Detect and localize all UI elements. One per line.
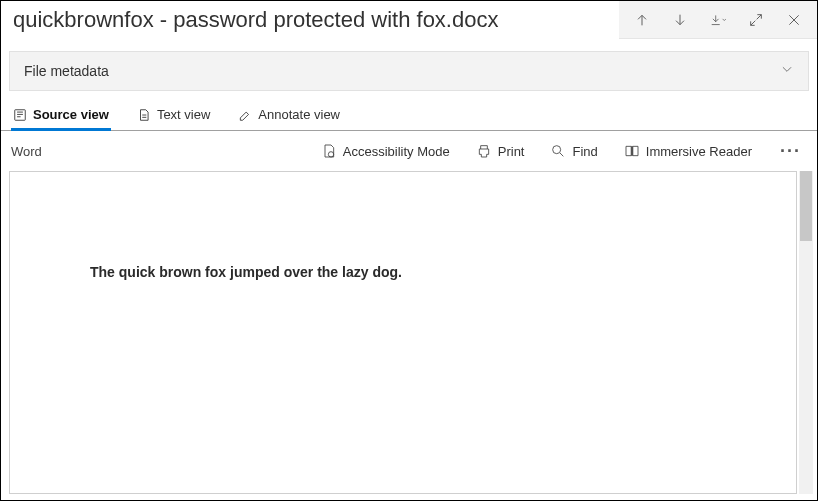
tab-label: Text view [157, 107, 210, 122]
source-view-icon [13, 108, 27, 122]
scrollbar[interactable] [799, 171, 813, 494]
app-label: Word [11, 144, 299, 159]
expand-icon [748, 12, 764, 28]
file-metadata-label: File metadata [24, 63, 109, 79]
scrollbar-thumb[interactable] [800, 171, 812, 241]
tab-label: Annotate view [258, 107, 340, 122]
accessibility-icon [321, 143, 337, 159]
immersive-reader-icon [624, 143, 640, 159]
tab-source-view[interactable]: Source view [11, 103, 111, 130]
close-button[interactable] [775, 1, 813, 39]
arrow-up-button[interactable] [623, 1, 661, 39]
tool-label: Accessibility Mode [343, 144, 450, 159]
svg-rect-0 [15, 109, 26, 120]
print-icon [476, 143, 492, 159]
title-bar: quickbrownfox - password protected with … [1, 1, 817, 39]
tab-text-view[interactable]: Text view [135, 103, 212, 130]
document-page: The quick brown fox jumped over the lazy… [9, 171, 797, 494]
download-button[interactable] [699, 1, 737, 39]
tab-label: Source view [33, 107, 109, 122]
expand-button[interactable] [737, 1, 775, 39]
arrow-up-icon [634, 12, 650, 28]
close-icon [786, 12, 802, 28]
arrow-down-icon [672, 12, 688, 28]
immersive-reader-button[interactable]: Immersive Reader [620, 139, 756, 163]
document-toolbar: Word Accessibility Mode Print Find Immer… [1, 131, 817, 171]
find-icon [550, 143, 566, 159]
tool-label: Find [572, 144, 597, 159]
annotate-view-icon [238, 108, 252, 122]
accessibility-mode-button[interactable]: Accessibility Mode [317, 139, 454, 163]
tab-annotate-view[interactable]: Annotate view [236, 103, 342, 130]
arrow-down-button[interactable] [661, 1, 699, 39]
find-button[interactable]: Find [546, 139, 601, 163]
document-viewport: The quick brown fox jumped over the lazy… [1, 171, 817, 498]
print-button[interactable]: Print [472, 139, 529, 163]
svg-point-2 [553, 146, 561, 154]
tool-label: Print [498, 144, 525, 159]
file-metadata-toggle[interactable]: File metadata [9, 51, 809, 91]
document-body-text: The quick brown fox jumped over the lazy… [90, 264, 716, 280]
more-options-button[interactable]: ··· [774, 141, 807, 162]
text-view-icon [137, 108, 151, 122]
title-actions [619, 1, 817, 39]
svg-point-1 [328, 152, 333, 157]
chevron-down-icon [780, 62, 794, 80]
window-title: quickbrownfox - password protected with … [1, 1, 619, 39]
download-icon [710, 12, 726, 28]
view-tabs: Source view Text view Annotate view [1, 99, 817, 131]
ellipsis-icon: ··· [780, 141, 801, 161]
tool-label: Immersive Reader [646, 144, 752, 159]
